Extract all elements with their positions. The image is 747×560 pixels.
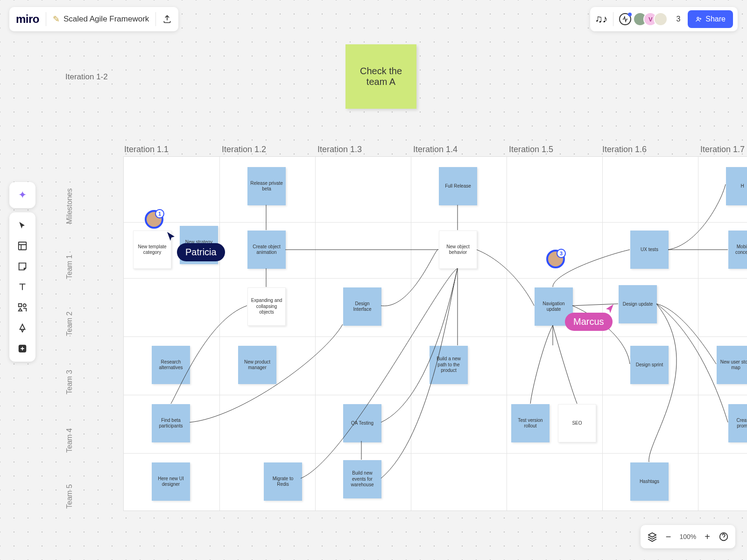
card[interactable]: Release private beta bbox=[247, 167, 286, 205]
card[interactable]: Expanding and collapsing objects bbox=[247, 287, 286, 326]
sticky-tool[interactable] bbox=[12, 256, 33, 277]
presence-avatar[interactable]: 3 bbox=[546, 250, 565, 268]
card[interactable]: Full Release bbox=[439, 167, 477, 205]
layers-icon[interactable] bbox=[647, 532, 657, 542]
share-button[interactable]: Share bbox=[688, 10, 733, 28]
card[interactable]: Create promo bbox=[728, 404, 747, 442]
board-title-text: Scaled Agile Framework bbox=[63, 14, 149, 24]
cursor-name-label: Marcus bbox=[565, 313, 613, 331]
shapes-tool[interactable] bbox=[12, 297, 33, 318]
svg-rect-2 bbox=[19, 304, 21, 307]
card[interactable]: New user story map bbox=[717, 346, 747, 384]
zoom-level[interactable]: 100% bbox=[680, 533, 697, 540]
card[interactable]: Design update bbox=[619, 285, 657, 323]
board-name[interactable]: ✎ Scaled Agile Framework bbox=[53, 14, 149, 24]
iteration-group-label: Iteration 1-2 bbox=[65, 72, 108, 82]
presence-avatar[interactable]: 1 bbox=[145, 210, 163, 229]
cursor-icon bbox=[166, 231, 177, 242]
sparkle-icon: ✦ bbox=[18, 189, 27, 201]
card[interactable]: Create object animation bbox=[247, 231, 286, 269]
column-header: Iteration 1.3 bbox=[317, 145, 362, 154]
row-header: Team 4 bbox=[65, 428, 74, 453]
row-header: Team 5 bbox=[65, 484, 74, 509]
add-tool[interactable] bbox=[12, 338, 33, 359]
header-left-group: miro ✎ Scaled Agile Framework bbox=[9, 7, 178, 31]
row-header: Team 3 bbox=[65, 370, 74, 394]
export-button[interactable] bbox=[162, 14, 172, 24]
row-header: Team 1 bbox=[65, 255, 74, 279]
pencil-icon: ✎ bbox=[53, 14, 60, 24]
guest-count: 3 bbox=[676, 15, 680, 23]
pen-tool[interactable] bbox=[12, 318, 33, 338]
divider bbox=[46, 12, 46, 26]
template-tool[interactable] bbox=[12, 236, 33, 256]
card[interactable]: New object behavior bbox=[439, 231, 477, 269]
column-header: Iteration 1.1 bbox=[124, 145, 169, 154]
cursor-icon bbox=[604, 303, 615, 315]
cursor-name-label: Patricia bbox=[177, 243, 225, 261]
card[interactable]: Test version rollout bbox=[511, 404, 550, 442]
row-header: Team 2 bbox=[65, 312, 74, 336]
svg-point-3 bbox=[23, 304, 26, 307]
column-header: Iteration 1.4 bbox=[413, 145, 458, 154]
card[interactable]: UX tests bbox=[630, 231, 669, 269]
card[interactable]: SEO bbox=[558, 404, 596, 442]
card[interactable]: New product manager bbox=[238, 346, 276, 384]
column-header: Iteration 1.7 bbox=[700, 145, 745, 154]
zoom-out-button[interactable]: − bbox=[666, 532, 671, 542]
user-cursor-marcus: Marcus bbox=[565, 313, 613, 331]
avatar[interactable] bbox=[654, 12, 668, 26]
column-header: Iteration 1.2 bbox=[222, 145, 266, 154]
zoom-in-button[interactable]: + bbox=[705, 532, 710, 542]
card[interactable]: Mobile concept bbox=[728, 231, 747, 269]
presence-count: 3 bbox=[557, 249, 566, 258]
header-bar: miro ✎ Scaled Agile Framework ♫♪ V 3 Sha… bbox=[9, 7, 738, 31]
row-header: Milestones bbox=[65, 189, 74, 224]
help-button[interactable] bbox=[719, 532, 729, 542]
card[interactable]: Design sprint bbox=[630, 346, 669, 384]
divider bbox=[613, 12, 613, 26]
card[interactable]: Build a new path to the product bbox=[430, 346, 468, 384]
card[interactable]: Find beta participants bbox=[152, 404, 190, 442]
text-tool[interactable] bbox=[12, 277, 33, 297]
card[interactable]: Build new events for warehouse bbox=[343, 460, 381, 498]
reactions-icon[interactable]: ♫♪ bbox=[595, 13, 608, 25]
card[interactable]: Design Interface bbox=[343, 287, 381, 326]
sticky-note[interactable]: Check the team A bbox=[345, 44, 416, 109]
ai-tool-button[interactable]: ✦ bbox=[9, 182, 35, 208]
left-toolbar bbox=[9, 212, 35, 362]
miro-logo[interactable]: miro bbox=[16, 13, 39, 26]
select-tool[interactable] bbox=[12, 215, 33, 236]
card[interactable]: Here new UI designer bbox=[152, 462, 190, 501]
card[interactable]: Hashtags bbox=[630, 462, 669, 501]
presence-count: 1 bbox=[155, 209, 164, 218]
divider bbox=[155, 12, 156, 26]
user-cursor-patricia: Patricia bbox=[166, 231, 225, 261]
planning-grid[interactable]: Release private beta Full Release H New … bbox=[123, 156, 747, 511]
card[interactable]: Research alternatives bbox=[152, 346, 190, 384]
card[interactable]: QA Testing bbox=[343, 404, 381, 442]
card[interactable]: H bbox=[726, 167, 747, 205]
column-header: Iteration 1.6 bbox=[602, 145, 647, 154]
canvas[interactable]: Iteration 1-2 Check the team A Iteration… bbox=[0, 0, 747, 560]
header-right-group: ♫♪ V 3 Share bbox=[590, 7, 738, 31]
card[interactable]: Migrate to Redis bbox=[264, 462, 302, 501]
column-header: Iteration 1.5 bbox=[509, 145, 553, 154]
share-label: Share bbox=[705, 15, 726, 23]
collaborator-avatars[interactable]: V bbox=[637, 12, 668, 26]
zoom-controls: − 100% + bbox=[641, 525, 735, 548]
svg-rect-1 bbox=[19, 242, 27, 250]
activity-icon[interactable] bbox=[619, 13, 631, 25]
svg-point-0 bbox=[697, 17, 699, 19]
